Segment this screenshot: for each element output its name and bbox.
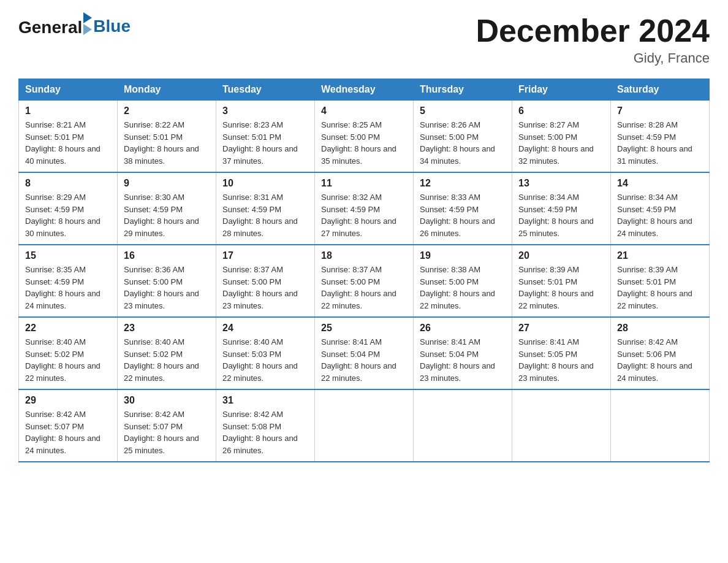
calendar-table: SundayMondayTuesdayWednesdayThursdayFrid… — [18, 79, 710, 462]
day-info: Sunrise: 8:26 AMSunset: 5:00 PMDaylight:… — [420, 119, 506, 167]
calendar-day-cell: 23Sunrise: 8:40 AMSunset: 5:02 PMDayligh… — [118, 317, 216, 389]
day-number: 12 — [420, 178, 506, 189]
day-number: 15 — [25, 250, 111, 261]
day-info: Sunrise: 8:30 AMSunset: 4:59 PMDaylight:… — [124, 191, 210, 239]
day-info: Sunrise: 8:40 AMSunset: 5:03 PMDaylight:… — [222, 336, 308, 384]
day-info: Sunrise: 8:21 AMSunset: 5:01 PMDaylight:… — [25, 119, 111, 167]
day-number: 4 — [321, 105, 407, 117]
logo-blue-text: Blue — [93, 17, 131, 36]
day-of-week-header: Tuesday — [216, 79, 315, 101]
day-number: 27 — [518, 323, 604, 334]
day-number: 11 — [321, 178, 407, 189]
day-of-week-header: Wednesday — [315, 79, 414, 101]
day-number: 19 — [420, 250, 506, 261]
calendar-day-cell: 31Sunrise: 8:42 AMSunset: 5:08 PMDayligh… — [216, 389, 315, 462]
day-number: 9 — [124, 178, 210, 189]
calendar-day-cell: 9Sunrise: 8:30 AMSunset: 4:59 PMDaylight… — [118, 172, 216, 245]
day-number: 23 — [124, 323, 210, 334]
calendar-week-row: 8Sunrise: 8:29 AMSunset: 4:59 PMDaylight… — [19, 172, 710, 245]
logo: General Blue — [18, 12, 131, 36]
day-number: 26 — [420, 323, 506, 334]
day-info: Sunrise: 8:39 AMSunset: 5:01 PMDaylight:… — [617, 264, 703, 312]
calendar-day-cell: 17Sunrise: 8:37 AMSunset: 5:00 PMDayligh… — [216, 245, 315, 317]
day-of-week-header: Friday — [512, 79, 611, 101]
day-info: Sunrise: 8:42 AMSunset: 5:07 PMDaylight:… — [25, 408, 111, 456]
day-number: 7 — [617, 105, 703, 117]
title-block: December 2024 Gidy, France — [476, 12, 710, 66]
calendar-day-cell: 30Sunrise: 8:42 AMSunset: 5:07 PMDayligh… — [118, 389, 216, 462]
day-info: Sunrise: 8:34 AMSunset: 4:59 PMDaylight:… — [617, 191, 703, 239]
day-number: 16 — [124, 250, 210, 261]
day-number: 25 — [321, 323, 407, 334]
calendar-day-cell: 4Sunrise: 8:25 AMSunset: 5:00 PMDaylight… — [315, 101, 414, 173]
day-info: Sunrise: 8:36 AMSunset: 5:00 PMDaylight:… — [124, 264, 210, 312]
day-info: Sunrise: 8:40 AMSunset: 5:02 PMDaylight:… — [124, 336, 210, 384]
calendar-day-cell: 21Sunrise: 8:39 AMSunset: 5:01 PMDayligh… — [611, 245, 710, 317]
day-number: 18 — [321, 250, 407, 261]
calendar-week-row: 15Sunrise: 8:35 AMSunset: 4:59 PMDayligh… — [19, 245, 710, 317]
calendar-day-cell: 28Sunrise: 8:42 AMSunset: 5:06 PMDayligh… — [611, 317, 710, 389]
day-of-week-header: Sunday — [19, 79, 118, 101]
calendar-day-cell: 8Sunrise: 8:29 AMSunset: 4:59 PMDaylight… — [19, 172, 118, 245]
calendar-day-cell: 12Sunrise: 8:33 AMSunset: 4:59 PMDayligh… — [414, 172, 512, 245]
calendar-day-cell: 5Sunrise: 8:26 AMSunset: 5:00 PMDaylight… — [414, 101, 512, 173]
calendar-day-cell: 29Sunrise: 8:42 AMSunset: 5:07 PMDayligh… — [19, 389, 118, 462]
calendar-day-cell: 13Sunrise: 8:34 AMSunset: 4:59 PMDayligh… — [512, 172, 611, 245]
day-info: Sunrise: 8:39 AMSunset: 5:01 PMDaylight:… — [518, 264, 604, 312]
calendar-day-cell: 7Sunrise: 8:28 AMSunset: 4:59 PMDaylight… — [611, 101, 710, 173]
day-info: Sunrise: 8:25 AMSunset: 5:00 PMDaylight:… — [321, 119, 407, 167]
page-title: December 2024 — [476, 12, 710, 49]
calendar-day-cell — [315, 389, 414, 462]
day-number: 6 — [518, 105, 604, 117]
calendar-day-cell: 14Sunrise: 8:34 AMSunset: 4:59 PMDayligh… — [611, 172, 710, 245]
day-info: Sunrise: 8:27 AMSunset: 5:00 PMDaylight:… — [518, 119, 604, 167]
day-info: Sunrise: 8:23 AMSunset: 5:01 PMDaylight:… — [222, 119, 308, 167]
calendar-day-cell: 20Sunrise: 8:39 AMSunset: 5:01 PMDayligh… — [512, 245, 611, 317]
calendar-day-cell — [611, 389, 710, 462]
day-info: Sunrise: 8:38 AMSunset: 5:00 PMDaylight:… — [420, 264, 506, 312]
logo-general-text: General — [18, 19, 82, 36]
calendar-week-row: 1Sunrise: 8:21 AMSunset: 5:01 PMDaylight… — [19, 101, 710, 173]
calendar-week-row: 29Sunrise: 8:42 AMSunset: 5:07 PMDayligh… — [19, 389, 710, 462]
day-info: Sunrise: 8:37 AMSunset: 5:00 PMDaylight:… — [321, 264, 407, 312]
day-info: Sunrise: 8:42 AMSunset: 5:06 PMDaylight:… — [617, 336, 703, 384]
calendar-day-cell: 1Sunrise: 8:21 AMSunset: 5:01 PMDaylight… — [19, 101, 118, 173]
calendar-day-cell: 19Sunrise: 8:38 AMSunset: 5:00 PMDayligh… — [414, 245, 512, 317]
calendar-day-cell: 3Sunrise: 8:23 AMSunset: 5:01 PMDaylight… — [216, 101, 315, 173]
calendar-day-cell: 22Sunrise: 8:40 AMSunset: 5:02 PMDayligh… — [19, 317, 118, 389]
day-number: 29 — [25, 395, 111, 406]
day-number: 14 — [617, 178, 703, 189]
day-number: 8 — [25, 178, 111, 189]
calendar-day-cell: 26Sunrise: 8:41 AMSunset: 5:04 PMDayligh… — [414, 317, 512, 389]
calendar-body: 1Sunrise: 8:21 AMSunset: 5:01 PMDaylight… — [19, 101, 710, 462]
day-info: Sunrise: 8:42 AMSunset: 5:08 PMDaylight:… — [222, 408, 308, 456]
day-info: Sunrise: 8:28 AMSunset: 4:59 PMDaylight:… — [617, 119, 703, 167]
day-info: Sunrise: 8:37 AMSunset: 5:00 PMDaylight:… — [222, 264, 308, 312]
day-number: 30 — [124, 395, 210, 406]
day-info: Sunrise: 8:34 AMSunset: 4:59 PMDaylight:… — [518, 191, 604, 239]
day-info: Sunrise: 8:42 AMSunset: 5:07 PMDaylight:… — [124, 408, 210, 456]
day-number: 17 — [222, 250, 308, 261]
calendar-day-cell: 16Sunrise: 8:36 AMSunset: 5:00 PMDayligh… — [118, 245, 216, 317]
day-number: 5 — [420, 105, 506, 117]
calendar-day-cell: 24Sunrise: 8:40 AMSunset: 5:03 PMDayligh… — [216, 317, 315, 389]
day-number: 2 — [124, 105, 210, 117]
location-text: Gidy, France — [476, 50, 710, 66]
calendar-day-cell — [414, 389, 512, 462]
calendar-day-cell: 25Sunrise: 8:41 AMSunset: 5:04 PMDayligh… — [315, 317, 414, 389]
calendar-day-cell: 27Sunrise: 8:41 AMSunset: 5:05 PMDayligh… — [512, 317, 611, 389]
day-of-week-header: Thursday — [414, 79, 512, 101]
day-info: Sunrise: 8:35 AMSunset: 4:59 PMDaylight:… — [25, 264, 111, 312]
day-number: 13 — [518, 178, 604, 189]
day-info: Sunrise: 8:32 AMSunset: 4:59 PMDaylight:… — [321, 191, 407, 239]
day-info: Sunrise: 8:40 AMSunset: 5:02 PMDaylight:… — [25, 336, 111, 384]
day-info: Sunrise: 8:41 AMSunset: 5:04 PMDaylight:… — [321, 336, 407, 384]
day-info: Sunrise: 8:31 AMSunset: 4:59 PMDaylight:… — [222, 191, 308, 239]
day-of-week-header: Monday — [118, 79, 216, 101]
calendar-day-cell: 15Sunrise: 8:35 AMSunset: 4:59 PMDayligh… — [19, 245, 118, 317]
day-info: Sunrise: 8:33 AMSunset: 4:59 PMDaylight:… — [420, 191, 506, 239]
calendar-day-cell: 2Sunrise: 8:22 AMSunset: 5:01 PMDaylight… — [118, 101, 216, 173]
calendar-day-cell: 11Sunrise: 8:32 AMSunset: 4:59 PMDayligh… — [315, 172, 414, 245]
day-number: 22 — [25, 323, 111, 334]
day-number: 28 — [617, 323, 703, 334]
